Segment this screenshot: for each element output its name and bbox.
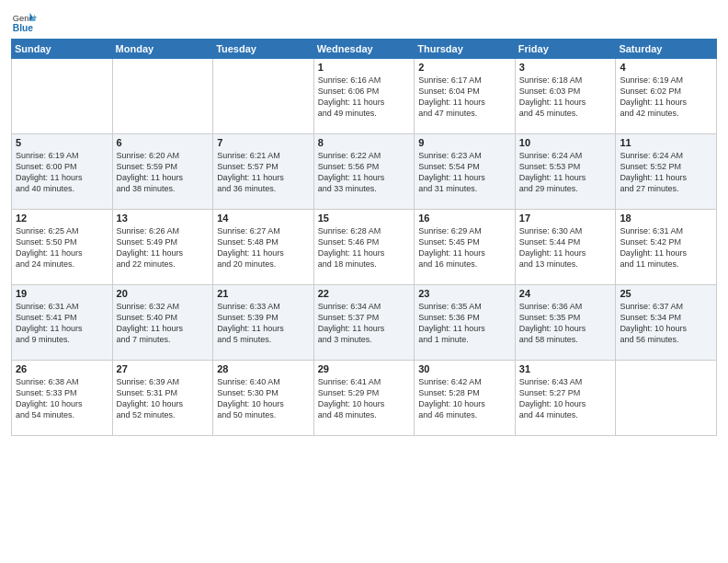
day-cell: 10Sunrise: 6:24 AM Sunset: 5:53 PM Dayli… — [515, 134, 616, 210]
day-info: Sunrise: 6:28 AM Sunset: 5:46 PM Dayligh… — [318, 225, 411, 270]
day-cell: 16Sunrise: 6:29 AM Sunset: 5:45 PM Dayli… — [415, 210, 516, 285]
day-cell: 31Sunrise: 6:43 AM Sunset: 5:27 PM Dayli… — [515, 361, 616, 436]
day-number: 22 — [318, 288, 411, 299]
day-number: 25 — [620, 288, 712, 299]
day-cell: 22Sunrise: 6:34 AM Sunset: 5:37 PM Dayli… — [313, 285, 415, 361]
weekday-header-row: SundayMondayTuesdayWednesdayThursdayFrid… — [12, 40, 717, 59]
day-number: 8 — [318, 137, 411, 148]
day-info: Sunrise: 6:31 AM Sunset: 5:42 PM Dayligh… — [620, 225, 712, 270]
day-info: Sunrise: 6:22 AM Sunset: 5:56 PM Dayligh… — [318, 150, 411, 195]
day-cell — [213, 59, 314, 134]
day-info: Sunrise: 6:31 AM Sunset: 5:41 PM Dayligh… — [16, 301, 108, 346]
day-number: 27 — [117, 363, 210, 374]
day-cell: 20Sunrise: 6:32 AM Sunset: 5:40 PM Dayli… — [112, 285, 213, 361]
day-number: 19 — [16, 288, 108, 299]
week-row-1: 1Sunrise: 6:16 AM Sunset: 6:06 PM Daylig… — [12, 59, 717, 134]
day-cell: 23Sunrise: 6:35 AM Sunset: 5:36 PM Dayli… — [415, 285, 516, 361]
day-number: 18 — [620, 213, 712, 224]
day-info: Sunrise: 6:19 AM Sunset: 6:00 PM Dayligh… — [16, 150, 108, 195]
day-number: 30 — [418, 363, 511, 374]
day-info: Sunrise: 6:42 AM Sunset: 5:28 PM Dayligh… — [418, 376, 511, 421]
week-row-2: 5Sunrise: 6:19 AM Sunset: 6:00 PM Daylig… — [12, 134, 717, 210]
day-cell: 1Sunrise: 6:16 AM Sunset: 6:06 PM Daylig… — [313, 59, 415, 134]
week-row-4: 19Sunrise: 6:31 AM Sunset: 5:41 PM Dayli… — [12, 285, 717, 361]
logo-icon: General Blue — [11, 9, 37, 35]
day-cell: 21Sunrise: 6:33 AM Sunset: 5:39 PM Dayli… — [213, 285, 314, 361]
day-number: 26 — [16, 363, 108, 374]
day-cell: 17Sunrise: 6:30 AM Sunset: 5:44 PM Dayli… — [515, 210, 616, 285]
day-info: Sunrise: 6:38 AM Sunset: 5:33 PM Dayligh… — [16, 376, 108, 421]
day-info: Sunrise: 6:33 AM Sunset: 5:39 PM Dayligh… — [217, 301, 310, 346]
day-info: Sunrise: 6:34 AM Sunset: 5:37 PM Dayligh… — [318, 301, 411, 346]
day-number: 9 — [418, 137, 511, 148]
day-cell: 12Sunrise: 6:25 AM Sunset: 5:50 PM Dayli… — [12, 210, 113, 285]
day-cell: 7Sunrise: 6:21 AM Sunset: 5:57 PM Daylig… — [213, 134, 314, 210]
day-cell: 15Sunrise: 6:28 AM Sunset: 5:46 PM Dayli… — [313, 210, 415, 285]
calendar-table: SundayMondayTuesdayWednesdayThursdayFrid… — [11, 39, 717, 436]
day-info: Sunrise: 6:19 AM Sunset: 6:02 PM Dayligh… — [620, 75, 712, 120]
weekday-header-saturday: Saturday — [616, 40, 717, 59]
day-cell: 29Sunrise: 6:41 AM Sunset: 5:29 PM Dayli… — [313, 361, 415, 436]
day-cell: 25Sunrise: 6:37 AM Sunset: 5:34 PM Dayli… — [616, 285, 717, 361]
day-number: 29 — [318, 363, 411, 374]
day-info: Sunrise: 6:17 AM Sunset: 6:04 PM Dayligh… — [418, 75, 511, 120]
day-info: Sunrise: 6:40 AM Sunset: 5:30 PM Dayligh… — [217, 376, 310, 421]
day-info: Sunrise: 6:16 AM Sunset: 6:06 PM Dayligh… — [318, 75, 411, 120]
day-info: Sunrise: 6:30 AM Sunset: 5:44 PM Dayligh… — [519, 225, 612, 270]
day-cell: 3Sunrise: 6:18 AM Sunset: 6:03 PM Daylig… — [515, 59, 616, 134]
week-row-5: 26Sunrise: 6:38 AM Sunset: 5:33 PM Dayli… — [12, 361, 717, 436]
day-cell: 6Sunrise: 6:20 AM Sunset: 5:59 PM Daylig… — [112, 134, 213, 210]
week-row-3: 12Sunrise: 6:25 AM Sunset: 5:50 PM Dayli… — [12, 210, 717, 285]
day-info: Sunrise: 6:21 AM Sunset: 5:57 PM Dayligh… — [217, 150, 310, 195]
day-info: Sunrise: 6:26 AM Sunset: 5:49 PM Dayligh… — [117, 225, 210, 270]
weekday-header-tuesday: Tuesday — [213, 40, 314, 59]
weekday-header-wednesday: Wednesday — [313, 40, 415, 59]
weekday-header-thursday: Thursday — [415, 40, 516, 59]
weekday-header-friday: Friday — [515, 40, 616, 59]
day-info: Sunrise: 6:27 AM Sunset: 5:48 PM Dayligh… — [217, 225, 310, 270]
day-number: 16 — [418, 213, 511, 224]
day-number: 31 — [519, 363, 612, 374]
day-info: Sunrise: 6:29 AM Sunset: 5:45 PM Dayligh… — [418, 225, 511, 270]
day-info: Sunrise: 6:41 AM Sunset: 5:29 PM Dayligh… — [318, 376, 411, 421]
day-info: Sunrise: 6:39 AM Sunset: 5:31 PM Dayligh… — [117, 376, 210, 421]
day-number: 15 — [318, 213, 411, 224]
day-cell — [12, 59, 113, 134]
day-info: Sunrise: 6:25 AM Sunset: 5:50 PM Dayligh… — [16, 225, 108, 270]
day-number: 21 — [217, 288, 310, 299]
day-cell: 9Sunrise: 6:23 AM Sunset: 5:54 PM Daylig… — [415, 134, 516, 210]
day-number: 6 — [117, 137, 210, 148]
day-info: Sunrise: 6:23 AM Sunset: 5:54 PM Dayligh… — [418, 150, 511, 195]
day-info: Sunrise: 6:20 AM Sunset: 5:59 PM Dayligh… — [117, 150, 210, 195]
day-info: Sunrise: 6:36 AM Sunset: 5:35 PM Dayligh… — [519, 301, 612, 346]
day-cell: 18Sunrise: 6:31 AM Sunset: 5:42 PM Dayli… — [616, 210, 717, 285]
day-info: Sunrise: 6:24 AM Sunset: 5:53 PM Dayligh… — [519, 150, 612, 195]
day-number: 17 — [519, 213, 612, 224]
day-info: Sunrise: 6:24 AM Sunset: 5:52 PM Dayligh… — [620, 150, 712, 195]
day-info: Sunrise: 6:37 AM Sunset: 5:34 PM Dayligh… — [620, 301, 712, 346]
svg-text:Blue: Blue — [13, 23, 34, 33]
day-info: Sunrise: 6:35 AM Sunset: 5:36 PM Dayligh… — [418, 301, 511, 346]
day-number: 14 — [217, 213, 310, 224]
day-number: 3 — [519, 62, 612, 73]
day-number: 13 — [117, 213, 210, 224]
day-cell: 8Sunrise: 6:22 AM Sunset: 5:56 PM Daylig… — [313, 134, 415, 210]
day-number: 7 — [217, 137, 310, 148]
day-cell: 27Sunrise: 6:39 AM Sunset: 5:31 PM Dayli… — [112, 361, 213, 436]
day-info: Sunrise: 6:32 AM Sunset: 5:40 PM Dayligh… — [117, 301, 210, 346]
weekday-header-monday: Monday — [112, 40, 213, 59]
day-cell: 26Sunrise: 6:38 AM Sunset: 5:33 PM Dayli… — [12, 361, 113, 436]
day-number: 24 — [519, 288, 612, 299]
day-cell: 11Sunrise: 6:24 AM Sunset: 5:52 PM Dayli… — [616, 134, 717, 210]
day-number: 28 — [217, 363, 310, 374]
day-cell: 13Sunrise: 6:26 AM Sunset: 5:49 PM Dayli… — [112, 210, 213, 285]
weekday-header-sunday: Sunday — [12, 40, 113, 59]
day-number: 4 — [620, 62, 712, 73]
calendar-container: General Blue SundayMondayTuesdayWednesda… — [0, 0, 728, 563]
header: General Blue — [11, 9, 717, 35]
day-cell: 24Sunrise: 6:36 AM Sunset: 5:35 PM Dayli… — [515, 285, 616, 361]
day-cell: 4Sunrise: 6:19 AM Sunset: 6:02 PM Daylig… — [616, 59, 717, 134]
day-info: Sunrise: 6:18 AM Sunset: 6:03 PM Dayligh… — [519, 75, 612, 120]
day-cell: 14Sunrise: 6:27 AM Sunset: 5:48 PM Dayli… — [213, 210, 314, 285]
day-cell: 30Sunrise: 6:42 AM Sunset: 5:28 PM Dayli… — [415, 361, 516, 436]
